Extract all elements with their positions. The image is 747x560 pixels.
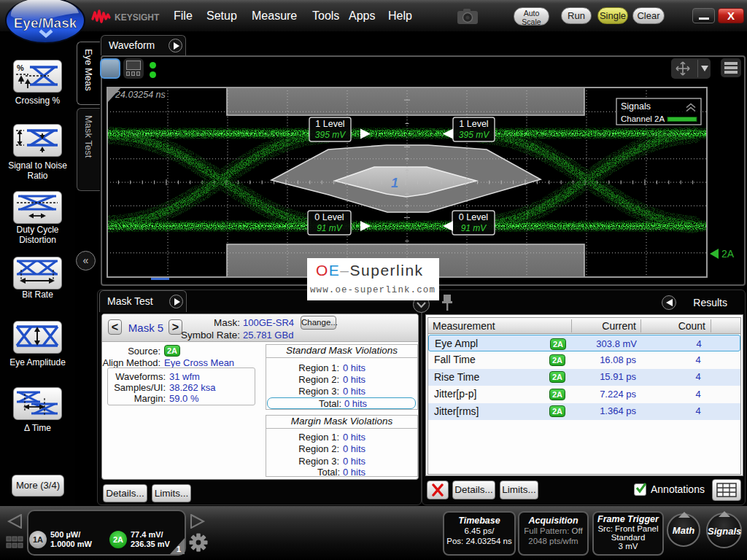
svg-text:0 Level: 0 Level	[314, 212, 344, 222]
svg-text:Eye/Mask: Eye/Mask	[14, 15, 77, 31]
svg-text:1: 1	[177, 545, 181, 553]
svg-text:395 mV: 395 mV	[459, 130, 489, 140]
svg-text:%: %	[17, 63, 24, 72]
svg-text:Signals: Signals	[621, 101, 651, 112]
svg-text:0 Level: 0 Level	[459, 212, 488, 222]
svg-text:91 mV: 91 mV	[461, 223, 487, 233]
svg-text:1: 1	[391, 176, 398, 190]
svg-text:91 mV: 91 mV	[317, 223, 343, 233]
svg-text:395 mV: 395 mV	[315, 130, 346, 140]
svg-text:24.03254 ns: 24.03254 ns	[115, 90, 166, 100]
svg-text:KEYSIGHT: KEYSIGHT	[115, 12, 160, 23]
svg-text:Channel 2A: Channel 2A	[621, 114, 665, 123]
svg-text:1 Level: 1 Level	[459, 119, 488, 129]
svg-text:1 Level: 1 Level	[315, 119, 344, 129]
